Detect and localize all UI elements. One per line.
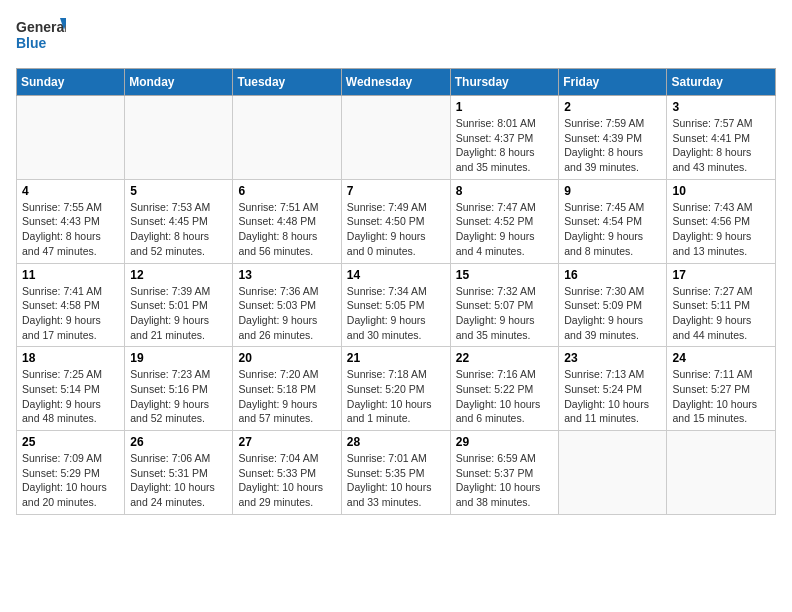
- day-number: 2: [564, 100, 661, 114]
- day-info: Sunrise: 7:23 AMSunset: 5:16 PMDaylight:…: [130, 367, 227, 426]
- day-number: 27: [238, 435, 335, 449]
- day-number: 28: [347, 435, 445, 449]
- calendar-week-row: 11Sunrise: 7:41 AMSunset: 4:58 PMDayligh…: [17, 263, 776, 347]
- calendar-cell: 25Sunrise: 7:09 AMSunset: 5:29 PMDayligh…: [17, 431, 125, 515]
- day-info: Sunrise: 7:59 AMSunset: 4:39 PMDaylight:…: [564, 116, 661, 175]
- calendar-header-friday: Friday: [559, 69, 667, 96]
- calendar-week-row: 25Sunrise: 7:09 AMSunset: 5:29 PMDayligh…: [17, 431, 776, 515]
- calendar-cell: 14Sunrise: 7:34 AMSunset: 5:05 PMDayligh…: [341, 263, 450, 347]
- day-info: Sunrise: 7:39 AMSunset: 5:01 PMDaylight:…: [130, 284, 227, 343]
- calendar-cell: 6Sunrise: 7:51 AMSunset: 4:48 PMDaylight…: [233, 179, 341, 263]
- calendar-cell: 11Sunrise: 7:41 AMSunset: 4:58 PMDayligh…: [17, 263, 125, 347]
- calendar-week-row: 18Sunrise: 7:25 AMSunset: 5:14 PMDayligh…: [17, 347, 776, 431]
- calendar-week-row: 4Sunrise: 7:55 AMSunset: 4:43 PMDaylight…: [17, 179, 776, 263]
- calendar-cell: 8Sunrise: 7:47 AMSunset: 4:52 PMDaylight…: [450, 179, 559, 263]
- calendar-cell: 18Sunrise: 7:25 AMSunset: 5:14 PMDayligh…: [17, 347, 125, 431]
- svg-text:Blue: Blue: [16, 35, 47, 51]
- day-info: Sunrise: 7:25 AMSunset: 5:14 PMDaylight:…: [22, 367, 119, 426]
- calendar-header-wednesday: Wednesday: [341, 69, 450, 96]
- day-number: 22: [456, 351, 554, 365]
- calendar-header-tuesday: Tuesday: [233, 69, 341, 96]
- day-number: 5: [130, 184, 227, 198]
- calendar-cell: 22Sunrise: 7:16 AMSunset: 5:22 PMDayligh…: [450, 347, 559, 431]
- calendar-cell: 3Sunrise: 7:57 AMSunset: 4:41 PMDaylight…: [667, 96, 776, 180]
- day-number: 9: [564, 184, 661, 198]
- calendar-cell: 2Sunrise: 7:59 AMSunset: 4:39 PMDaylight…: [559, 96, 667, 180]
- calendar-cell: [233, 96, 341, 180]
- calendar-cell: [341, 96, 450, 180]
- day-info: Sunrise: 7:34 AMSunset: 5:05 PMDaylight:…: [347, 284, 445, 343]
- calendar-table: SundayMondayTuesdayWednesdayThursdayFrid…: [16, 68, 776, 515]
- calendar-cell: 27Sunrise: 7:04 AMSunset: 5:33 PMDayligh…: [233, 431, 341, 515]
- day-info: Sunrise: 7:53 AMSunset: 4:45 PMDaylight:…: [130, 200, 227, 259]
- day-info: Sunrise: 7:20 AMSunset: 5:18 PMDaylight:…: [238, 367, 335, 426]
- calendar-week-row: 1Sunrise: 8:01 AMSunset: 4:37 PMDaylight…: [17, 96, 776, 180]
- calendar-cell: 5Sunrise: 7:53 AMSunset: 4:45 PMDaylight…: [125, 179, 233, 263]
- day-number: 12: [130, 268, 227, 282]
- day-number: 18: [22, 351, 119, 365]
- calendar-cell: [667, 431, 776, 515]
- day-info: Sunrise: 7:49 AMSunset: 4:50 PMDaylight:…: [347, 200, 445, 259]
- calendar-cell: [17, 96, 125, 180]
- calendar-cell: 13Sunrise: 7:36 AMSunset: 5:03 PMDayligh…: [233, 263, 341, 347]
- day-number: 11: [22, 268, 119, 282]
- day-number: 14: [347, 268, 445, 282]
- calendar-cell: 26Sunrise: 7:06 AMSunset: 5:31 PMDayligh…: [125, 431, 233, 515]
- page-header: General Blue: [16, 16, 776, 58]
- calendar-cell: 1Sunrise: 8:01 AMSunset: 4:37 PMDaylight…: [450, 96, 559, 180]
- day-info: Sunrise: 7:16 AMSunset: 5:22 PMDaylight:…: [456, 367, 554, 426]
- calendar-cell: 21Sunrise: 7:18 AMSunset: 5:20 PMDayligh…: [341, 347, 450, 431]
- calendar-cell: 19Sunrise: 7:23 AMSunset: 5:16 PMDayligh…: [125, 347, 233, 431]
- calendar-cell: 10Sunrise: 7:43 AMSunset: 4:56 PMDayligh…: [667, 179, 776, 263]
- day-number: 26: [130, 435, 227, 449]
- calendar-cell: 9Sunrise: 7:45 AMSunset: 4:54 PMDaylight…: [559, 179, 667, 263]
- day-number: 4: [22, 184, 119, 198]
- day-number: 24: [672, 351, 770, 365]
- logo-svg: General Blue: [16, 16, 66, 58]
- day-info: Sunrise: 7:45 AMSunset: 4:54 PMDaylight:…: [564, 200, 661, 259]
- day-info: Sunrise: 7:30 AMSunset: 5:09 PMDaylight:…: [564, 284, 661, 343]
- calendar-cell: 24Sunrise: 7:11 AMSunset: 5:27 PMDayligh…: [667, 347, 776, 431]
- calendar-header-monday: Monday: [125, 69, 233, 96]
- calendar-cell: 16Sunrise: 7:30 AMSunset: 5:09 PMDayligh…: [559, 263, 667, 347]
- day-number: 21: [347, 351, 445, 365]
- day-info: Sunrise: 7:27 AMSunset: 5:11 PMDaylight:…: [672, 284, 770, 343]
- day-number: 25: [22, 435, 119, 449]
- calendar-cell: 12Sunrise: 7:39 AMSunset: 5:01 PMDayligh…: [125, 263, 233, 347]
- calendar-cell: 17Sunrise: 7:27 AMSunset: 5:11 PMDayligh…: [667, 263, 776, 347]
- day-info: Sunrise: 7:18 AMSunset: 5:20 PMDaylight:…: [347, 367, 445, 426]
- calendar-cell: 7Sunrise: 7:49 AMSunset: 4:50 PMDaylight…: [341, 179, 450, 263]
- day-number: 19: [130, 351, 227, 365]
- day-info: Sunrise: 7:06 AMSunset: 5:31 PMDaylight:…: [130, 451, 227, 510]
- day-info: Sunrise: 7:09 AMSunset: 5:29 PMDaylight:…: [22, 451, 119, 510]
- calendar-cell: 28Sunrise: 7:01 AMSunset: 5:35 PMDayligh…: [341, 431, 450, 515]
- calendar-cell: 29Sunrise: 6:59 AMSunset: 5:37 PMDayligh…: [450, 431, 559, 515]
- calendar-cell: 23Sunrise: 7:13 AMSunset: 5:24 PMDayligh…: [559, 347, 667, 431]
- day-number: 17: [672, 268, 770, 282]
- svg-text:General: General: [16, 19, 66, 35]
- day-number: 20: [238, 351, 335, 365]
- calendar-cell: 4Sunrise: 7:55 AMSunset: 4:43 PMDaylight…: [17, 179, 125, 263]
- day-number: 3: [672, 100, 770, 114]
- day-info: Sunrise: 7:01 AMSunset: 5:35 PMDaylight:…: [347, 451, 445, 510]
- day-info: Sunrise: 7:57 AMSunset: 4:41 PMDaylight:…: [672, 116, 770, 175]
- day-info: Sunrise: 7:55 AMSunset: 4:43 PMDaylight:…: [22, 200, 119, 259]
- day-info: Sunrise: 7:51 AMSunset: 4:48 PMDaylight:…: [238, 200, 335, 259]
- day-info: Sunrise: 7:43 AMSunset: 4:56 PMDaylight:…: [672, 200, 770, 259]
- day-info: Sunrise: 7:32 AMSunset: 5:07 PMDaylight:…: [456, 284, 554, 343]
- day-number: 1: [456, 100, 554, 114]
- day-info: Sunrise: 7:13 AMSunset: 5:24 PMDaylight:…: [564, 367, 661, 426]
- day-number: 29: [456, 435, 554, 449]
- day-info: Sunrise: 7:47 AMSunset: 4:52 PMDaylight:…: [456, 200, 554, 259]
- day-info: Sunrise: 6:59 AMSunset: 5:37 PMDaylight:…: [456, 451, 554, 510]
- calendar-header-thursday: Thursday: [450, 69, 559, 96]
- day-number: 23: [564, 351, 661, 365]
- calendar-cell: [125, 96, 233, 180]
- day-info: Sunrise: 7:04 AMSunset: 5:33 PMDaylight:…: [238, 451, 335, 510]
- day-number: 10: [672, 184, 770, 198]
- calendar-cell: 20Sunrise: 7:20 AMSunset: 5:18 PMDayligh…: [233, 347, 341, 431]
- day-info: Sunrise: 7:41 AMSunset: 4:58 PMDaylight:…: [22, 284, 119, 343]
- calendar-header-sunday: Sunday: [17, 69, 125, 96]
- day-number: 8: [456, 184, 554, 198]
- day-number: 6: [238, 184, 335, 198]
